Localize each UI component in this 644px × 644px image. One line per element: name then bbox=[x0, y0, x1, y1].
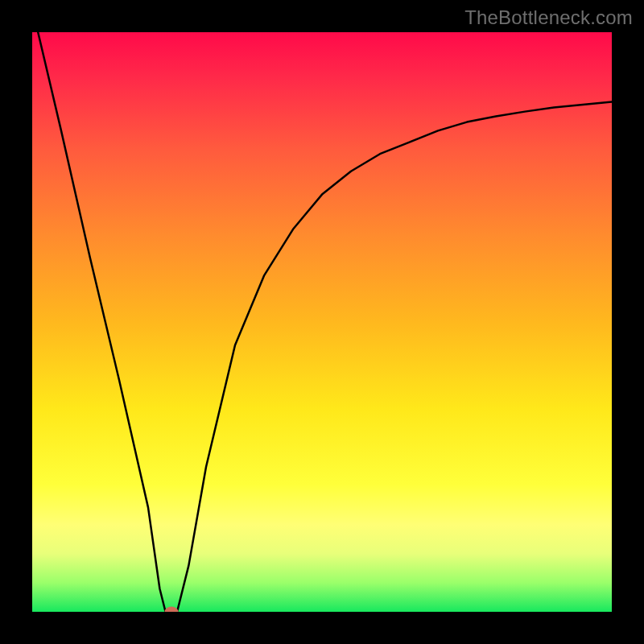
watermark-text: TheBottleneck.com bbox=[464, 6, 633, 29]
plot-area bbox=[32, 32, 612, 612]
chart-frame: TheBottleneck.com bbox=[0, 0, 644, 644]
bottleneck-curve bbox=[32, 32, 612, 612]
optimal-point-marker bbox=[164, 607, 178, 613]
